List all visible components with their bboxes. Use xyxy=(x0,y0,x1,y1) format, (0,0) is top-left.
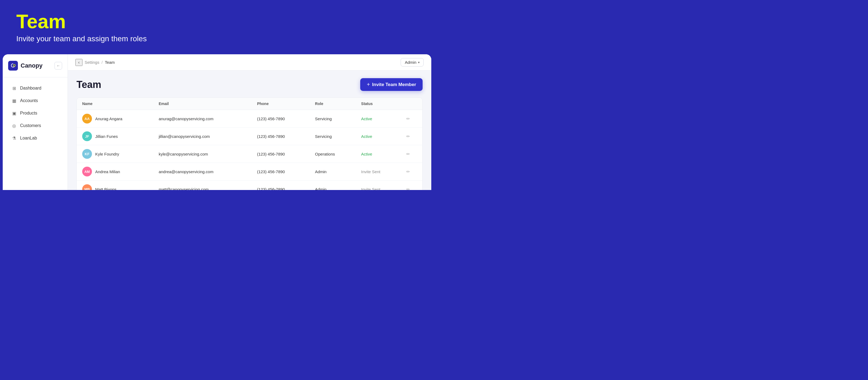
hero-banner: Team Invite your team and assign them ro… xyxy=(0,0,434,54)
cell-name-1: JF Jillian Funes xyxy=(77,127,153,145)
avatar-0: AA xyxy=(82,114,92,123)
sidebar-item-accounts[interactable]: ▦ Accounts xyxy=(5,95,65,107)
svg-point-0 xyxy=(13,64,15,66)
sidebar-item-loanlab[interactable]: ⚗ LoanLab xyxy=(5,132,65,144)
cell-email-3: andrea@canopyservicing.com xyxy=(153,163,252,180)
table-row: JF Jillian Funes jillian@canopyservicing… xyxy=(77,127,422,145)
logo-icon xyxy=(8,61,18,70)
breadcrumb-parent: Settings xyxy=(85,60,99,65)
sidebar-item-label-customers: Customers xyxy=(20,123,41,128)
col-actions xyxy=(401,98,422,110)
cell-status-1: Active xyxy=(355,127,401,145)
hero-subtitle: Invite your team and assign them roles xyxy=(16,34,418,43)
col-name: Name xyxy=(77,98,153,110)
cell-name-0: AA Anurag Angara xyxy=(77,110,153,127)
table-row: KF Kyle Foundry kyle@canopyservicing.com… xyxy=(77,145,422,163)
edit-icon-2[interactable]: ✏ xyxy=(406,152,410,156)
cell-edit-3: ✏ xyxy=(401,163,422,180)
collapse-sidebar-button[interactable]: ← xyxy=(55,62,62,69)
avatar-2: KF xyxy=(82,149,92,159)
cell-status-4: Invite Sent xyxy=(355,180,401,190)
sidebar-item-customers[interactable]: ◎ Customers xyxy=(5,120,65,131)
cell-phone-0: (123) 456-7890 xyxy=(252,110,310,127)
avatar-3: AM xyxy=(82,167,92,176)
cell-edit-2: ✏ xyxy=(401,145,422,163)
breadcrumb-separator: / xyxy=(101,60,102,65)
cell-role-3: Admin xyxy=(310,163,355,180)
cell-phone-2: (123) 456-7890 xyxy=(252,145,310,163)
accounts-icon: ▦ xyxy=(11,98,17,104)
col-email: Email xyxy=(153,98,252,110)
sidebar-item-label-accounts: Accounts xyxy=(20,98,38,103)
edit-icon-3[interactable]: ✏ xyxy=(406,169,410,174)
admin-label: Admin xyxy=(405,60,416,65)
sidebar-item-dashboard[interactable]: ⊞ Dashboard xyxy=(5,82,65,94)
admin-dropdown-button[interactable]: Admin ▾ xyxy=(401,58,424,66)
status-badge-1: Active xyxy=(361,134,372,139)
breadcrumb: ‹ Settings / Team xyxy=(75,59,115,66)
edit-icon-4[interactable]: ✏ xyxy=(406,187,410,190)
cell-name-2: KF Kyle Foundry xyxy=(77,145,153,163)
avatar-4: MB xyxy=(82,184,92,190)
cell-edit-1: ✏ xyxy=(401,127,422,145)
cell-email-0: anurag@canopyservicing.com xyxy=(153,110,252,127)
chevron-down-icon: ▾ xyxy=(418,61,420,64)
cell-name-3: AM Andrea Milian xyxy=(77,163,153,180)
edit-icon-0[interactable]: ✏ xyxy=(406,116,410,121)
cell-role-1: Servicing xyxy=(310,127,355,145)
cell-role-4: Admin xyxy=(310,180,355,190)
status-badge-0: Active xyxy=(361,116,372,121)
sidebar-logo-area: Canopy ← xyxy=(3,61,67,77)
table-row: AM Andrea Milian andrea@canopyservicing.… xyxy=(77,163,422,180)
app-shell: Canopy ← ⊞ Dashboard ▦ Accounts ▣ Produc… xyxy=(3,54,431,190)
cell-status-3: Invite Sent xyxy=(355,163,401,180)
status-badge-3: Invite Sent xyxy=(361,169,380,174)
col-status: Status xyxy=(355,98,401,110)
cell-name-4: MB Matt Bivons xyxy=(77,180,153,190)
hero-title: Team xyxy=(16,11,418,32)
table-body: AA Anurag Angara anurag@canopyservicing.… xyxy=(77,110,422,190)
page-title: Team xyxy=(76,79,101,90)
cell-role-0: Servicing xyxy=(310,110,355,127)
cell-edit-4: ✏ xyxy=(401,180,422,190)
cell-role-2: Operations xyxy=(310,145,355,163)
name-text-0: Anurag Angara xyxy=(95,116,122,121)
col-phone: Phone xyxy=(252,98,310,110)
sidebar-item-label-loanlab: LoanLab xyxy=(20,136,37,141)
table-row: MB Matt Bivons matt@canopyservicing.com … xyxy=(77,180,422,190)
name-text-3: Andrea Milian xyxy=(95,169,120,174)
edit-icon-1[interactable]: ✏ xyxy=(406,134,410,139)
name-text-1: Jillian Funes xyxy=(95,134,118,139)
sidebar-item-products[interactable]: ▣ Products xyxy=(5,107,65,119)
main-content: ‹ Settings / Team Admin ▾ Team + Invite … xyxy=(68,54,431,190)
products-icon: ▣ xyxy=(11,111,17,116)
table-header: Name Email Phone Role Status xyxy=(77,98,422,110)
dashboard-icon: ⊞ xyxy=(11,86,17,91)
loanlab-icon: ⚗ xyxy=(11,136,17,141)
team-table-container: Name Email Phone Role Status AA Anurag A… xyxy=(76,97,423,190)
invite-team-member-button[interactable]: + Invite Team Member xyxy=(360,78,423,91)
cell-status-2: Active xyxy=(355,145,401,163)
invite-button-label: Invite Team Member xyxy=(372,82,416,87)
back-button[interactable]: ‹ xyxy=(75,59,83,66)
team-table: Name Email Phone Role Status AA Anurag A… xyxy=(77,98,422,190)
cell-email-1: jillian@canopyservicing.com xyxy=(153,127,252,145)
cell-status-0: Active xyxy=(355,110,401,127)
plus-icon: + xyxy=(367,82,370,88)
name-text-2: Kyle Foundry xyxy=(95,152,119,156)
col-role: Role xyxy=(310,98,355,110)
cell-edit-0: ✏ xyxy=(401,110,422,127)
sidebar-item-label-dashboard: Dashboard xyxy=(20,86,41,91)
content-header: Team + Invite Team Member xyxy=(76,78,423,91)
sidebar-nav: ⊞ Dashboard ▦ Accounts ▣ Products ◎ Cust… xyxy=(3,82,67,145)
table-row: AA Anurag Angara anurag@canopyservicing.… xyxy=(77,110,422,127)
cell-phone-4: (123) 456-7890 xyxy=(252,180,310,190)
cell-phone-3: (123) 456-7890 xyxy=(252,163,310,180)
breadcrumb-current: Team xyxy=(105,60,115,65)
content-area: Team + Invite Team Member Name Email Pho… xyxy=(68,70,431,190)
sidebar: Canopy ← ⊞ Dashboard ▦ Accounts ▣ Produc… xyxy=(3,54,68,190)
cell-phone-1: (123) 456-7890 xyxy=(252,127,310,145)
cell-email-2: kyle@canopyservicing.com xyxy=(153,145,252,163)
customers-icon: ◎ xyxy=(11,123,17,128)
status-badge-2: Active xyxy=(361,152,372,156)
